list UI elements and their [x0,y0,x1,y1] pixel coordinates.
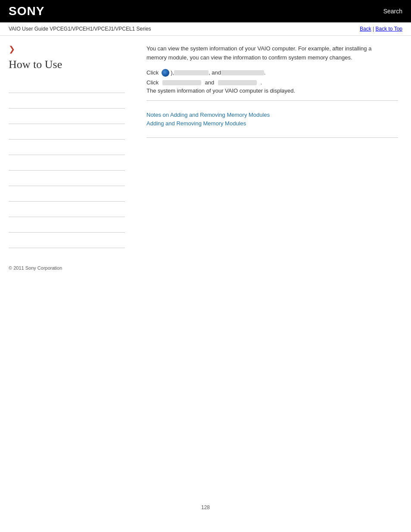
redacted-text-2 [221,70,264,75]
sidebar-item[interactable] [9,186,125,202]
system-info-text: The system information of your VAIO comp… [146,87,398,94]
guide-title: VAIO User Guide VPCEG1/VPCEH1/VPCEJ1/VPC… [9,26,151,32]
sidebar-item-link[interactable] [9,159,10,165]
sidebar-item-link[interactable] [9,128,10,134]
redacted-text-1 [174,70,209,75]
click-label-1: Click [146,69,159,76]
windows-start-icon [162,69,169,77]
sidebar-item-link[interactable] [9,206,10,212]
description-line2: memory module, you can view the informat… [146,54,352,61]
instruction1-and: , and [209,69,221,76]
sidebar-item[interactable] [9,78,125,93]
sidebar-item-link[interactable] [9,82,10,88]
sidebar-item-link[interactable] [9,144,10,150]
redacted-text-4 [218,80,257,85]
chevron-icon: ❯ [9,44,125,54]
sidebar-item[interactable] [9,109,125,124]
page-number: 128 [0,496,411,519]
sidebar-item-link[interactable] [9,190,10,196]
sidebar-item[interactable] [9,202,125,217]
sidebar-item-link[interactable] [9,221,10,227]
description-line1: You can view the system information of y… [146,45,371,52]
click-label-2: Click [146,79,159,86]
sidebar-item[interactable] [9,93,125,109]
content-divider-bottom [146,137,398,138]
instruction2-suffix: . [260,79,262,86]
main-content: You can view the system information of y… [134,36,411,279]
content-divider-top [146,100,398,101]
sidebar-item-link[interactable] [9,97,10,103]
main-container: ❯ How to Use © 2011 Sony Corporation You… [0,36,411,279]
sidebar-item[interactable] [9,233,125,248]
breadcrumb-bar: VAIO User Guide VPCEG1/VPCEH1/VPCEJ1/VPC… [0,22,411,36]
sidebar-menu [9,78,125,248]
breadcrumb-separator: | [373,26,374,32]
sidebar-item-link[interactable] [9,237,10,243]
back-link[interactable]: Back [360,26,371,32]
sidebar-title: How to Use [9,58,125,71]
back-to-top-link[interactable]: Back to Top [376,26,402,32]
sidebar: ❯ How to Use © 2011 Sony Corporation [0,36,134,279]
notes-link[interactable]: Notes on Adding and Removing Memory Modu… [146,112,398,118]
instruction1-middle: ), [171,69,174,76]
sidebar-item[interactable] [9,140,125,155]
links-section: Notes on Adding and Removing Memory Modu… [146,107,398,133]
content-description: You can view the system information of y… [146,44,398,62]
instruction-row-2: Click and . [146,79,398,86]
site-header: SONY Search [0,0,411,22]
sony-logo: SONY [9,4,44,18]
sidebar-item-link[interactable] [9,113,10,119]
sidebar-item[interactable] [9,155,125,171]
sidebar-item[interactable] [9,171,125,186]
sidebar-item[interactable] [9,124,125,140]
copyright-text: © 2011 Sony Corporation [9,261,125,271]
instruction2-and: and [205,79,214,86]
adding-removing-link[interactable]: Adding and Removing Memory Modules [146,120,398,127]
sidebar-item[interactable] [9,217,125,233]
redacted-text-3 [162,80,201,85]
instruction-row-1: Click ), , and . [146,69,398,77]
sidebar-item-link[interactable] [9,175,10,181]
search-button[interactable]: Search [383,8,402,15]
breadcrumb-nav: Back | Back to Top [360,26,402,32]
